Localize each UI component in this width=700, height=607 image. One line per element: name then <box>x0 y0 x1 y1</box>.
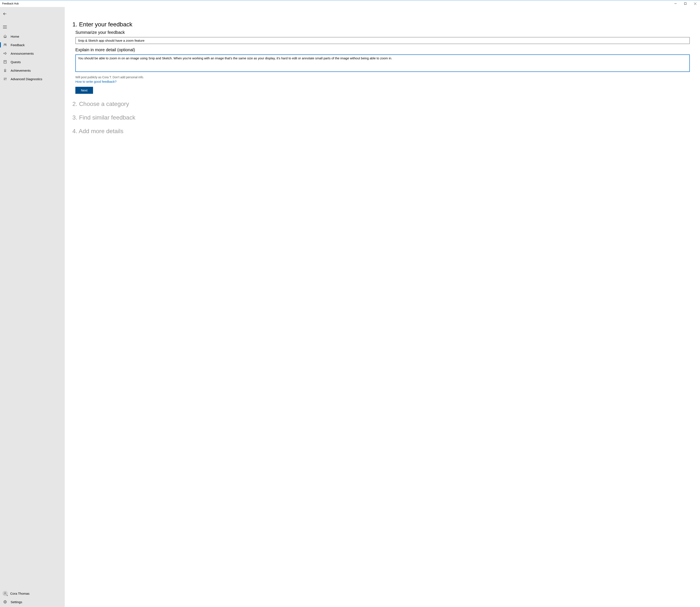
sidebar-item-label: Home <box>11 35 19 38</box>
hamburger-button[interactable] <box>0 23 65 31</box>
detail-textarea[interactable] <box>75 55 690 72</box>
next-button[interactable]: Next <box>75 87 93 94</box>
avatar-icon <box>3 591 8 596</box>
detail-label: Explain in more detail (optional) <box>75 47 692 52</box>
sidebar-item-label: Settings <box>11 600 22 604</box>
sidebar-item-label: Quests <box>11 60 21 64</box>
sidebar-item-label: Advanced Diagnostics <box>11 77 42 81</box>
quests-icon <box>3 60 7 64</box>
post-hint: Will post publicly as Cora T. Don't add … <box>75 76 692 79</box>
sidebar-item-announcements[interactable]: Announcements <box>0 49 65 58</box>
sidebar-item-home[interactable]: Home <box>0 32 65 41</box>
good-feedback-link[interactable]: How to write good feedback? <box>75 80 117 83</box>
sidebar-item-label: Feedback <box>11 43 25 47</box>
diagnostics-icon <box>3 77 7 81</box>
svg-point-16 <box>4 592 5 593</box>
feedback-icon <box>3 43 7 47</box>
svg-point-15 <box>5 78 6 79</box>
sidebar-item-achievements[interactable]: Achievements <box>0 66 65 75</box>
sidebar-item-profile[interactable]: Cora Thomas <box>0 589 65 598</box>
profile-name: Cora Thomas <box>10 592 29 595</box>
summary-input[interactable] <box>75 37 690 44</box>
svg-point-9 <box>5 44 6 45</box>
sidebar-item-diagnostics[interactable]: Advanced Diagnostics <box>0 75 65 83</box>
close-button[interactable] <box>690 0 700 7</box>
back-button[interactable] <box>0 9 65 18</box>
home-icon <box>3 34 7 39</box>
step3-heading: 3. Find similar feedback <box>73 114 692 121</box>
minimize-button[interactable] <box>671 0 680 7</box>
step1-heading: 1. Enter your feedback <box>73 21 692 28</box>
svg-point-19 <box>5 602 6 603</box>
maximize-button[interactable] <box>680 0 690 7</box>
svg-point-8 <box>4 44 5 45</box>
sidebar-item-label: Achievements <box>11 69 31 72</box>
svg-point-13 <box>4 69 6 71</box>
sidebar-item-quests[interactable]: Quests <box>0 58 65 66</box>
step2-heading: 2. Choose a category <box>73 101 692 107</box>
settings-icon <box>3 600 7 604</box>
sidebar-item-settings[interactable]: Settings <box>0 598 65 606</box>
window-title: Feedback Hub <box>0 2 671 5</box>
sidebar-item-feedback[interactable]: Feedback <box>0 41 65 49</box>
achievements-icon <box>3 68 7 72</box>
svg-point-14 <box>4 79 5 80</box>
announcements-icon <box>3 51 7 56</box>
sidebar-item-label: Announcements <box>11 52 34 55</box>
summary-label: Summarize your feedback <box>75 30 692 35</box>
svg-rect-1 <box>684 3 686 5</box>
step4-heading: 4. Add more details <box>73 128 692 134</box>
